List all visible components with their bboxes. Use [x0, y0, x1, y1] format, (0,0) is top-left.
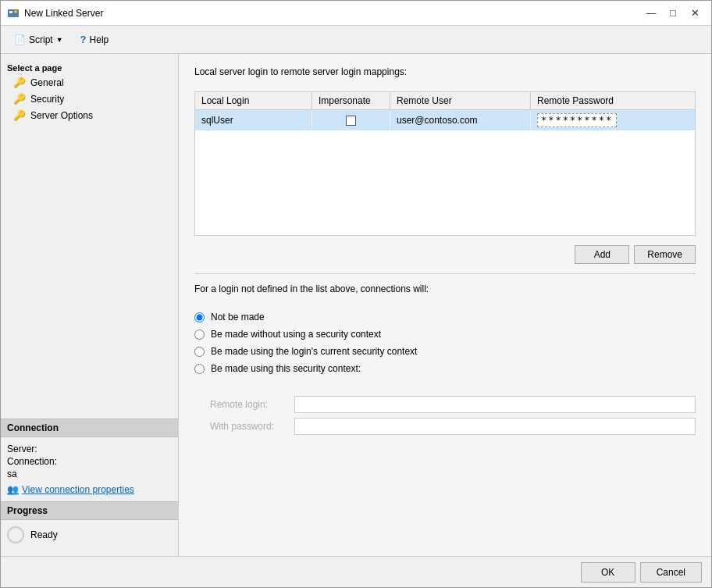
remote-password-value: ********** [537, 113, 617, 127]
cell-remote-password: ********** [531, 110, 695, 130]
remote-fields: Remote login: With password: [194, 396, 696, 435]
with-password-label: With password: [210, 421, 288, 432]
key-icon-server-options: 🔑 [13, 109, 26, 121]
key-icon-general: 🔑 [13, 77, 26, 88]
progress-row: Ready [7, 526, 172, 543]
sidebar-item-server-options[interactable]: 🔑 Server Options [1, 107, 178, 123]
connection-value: sa [7, 469, 17, 479]
close-button[interactable]: ✕ [685, 3, 705, 23]
remote-login-input[interactable] [294, 396, 696, 413]
for-login-label: For a login not defined in the list abov… [194, 283, 696, 294]
cell-local-login: sqlUser [195, 110, 312, 130]
radio-not-be-made[interactable]: Not be made [194, 312, 696, 323]
radio-not-be-made-input[interactable] [194, 312, 205, 323]
script-label: Script [29, 34, 53, 45]
radio-not-be-made-label: Not be made [211, 312, 265, 323]
script-icon: 📄 [14, 34, 26, 45]
table-action-buttons: Add Remove [194, 245, 696, 264]
with-password-row: With password: [210, 418, 696, 435]
svg-rect-1 [9, 11, 12, 13]
title-bar: New Linked Server — □ ✕ [1, 1, 711, 26]
cell-remote-user: user@contoso.com [390, 110, 531, 130]
login-mappings-table: Local Login Impersonate Remote User Remo… [194, 91, 696, 236]
radio-current-context[interactable]: Be made using the login's current securi… [194, 346, 696, 357]
radio-current-context-label: Be made using the login's current securi… [211, 346, 417, 357]
table-row[interactable]: sqlUser user@contoso.com ********** [195, 110, 695, 130]
col-remote-password: Remote Password [531, 92, 695, 109]
minimize-button[interactable]: — [641, 3, 661, 23]
script-button[interactable]: 📄 Script ▼ [7, 31, 70, 48]
with-password-input[interactable] [294, 418, 696, 435]
radio-without-security[interactable]: Be made without using a security context [194, 329, 696, 340]
connection-options-group: Not be made Be made without using a secu… [194, 312, 696, 374]
radio-without-security-label: Be made without using a security context [211, 329, 381, 340]
view-connection-icon: 👥 [7, 484, 19, 495]
divider [194, 273, 696, 274]
footer: OK Cancel [1, 556, 711, 587]
sidebar-bottom: Connection Server: Connection: sa 👥 View… [1, 419, 178, 550]
select-page-title: Select a page [1, 60, 178, 74]
local-login-value: sqlUser [201, 115, 233, 126]
table-header: Local Login Impersonate Remote User Remo… [195, 92, 695, 110]
sidebar-server-options-label: Server Options [30, 110, 93, 121]
radio-without-security-input[interactable] [194, 330, 205, 340]
toolbar: 📄 Script ▼ ? Help [1, 26, 711, 54]
sidebar-security-label: Security [30, 94, 64, 105]
maximize-button[interactable]: □ [663, 3, 683, 23]
progress-status: Ready [30, 529, 58, 540]
window: New Linked Server — □ ✕ 📄 Script ▼ ? Hel… [0, 0, 712, 588]
connection-row: Connection: [7, 456, 172, 467]
table-body: sqlUser user@contoso.com ********** [195, 110, 695, 235]
sidebar-general-label: General [30, 77, 64, 88]
ok-button[interactable]: OK [581, 562, 635, 583]
view-link-label: View connection properties [22, 484, 134, 495]
key-icon-security: 🔑 [13, 93, 26, 105]
script-dropdown-icon[interactable]: ▼ [56, 36, 63, 44]
sidebar: Select a page 🔑 General 🔑 Security 🔑 Ser… [1, 54, 179, 556]
cell-impersonate[interactable] [312, 110, 390, 130]
progress-title: Progress [7, 505, 48, 516]
server-row: Server: [7, 444, 172, 454]
col-remote-user: Remote User [390, 92, 531, 109]
help-icon: ? [80, 34, 87, 45]
connection-value-row: sa [7, 469, 172, 479]
impersonate-checkbox[interactable] [346, 116, 356, 126]
col-local-login: Local Login [195, 92, 312, 109]
connection-label: Connection: [7, 456, 57, 467]
remote-login-label: Remote login: [210, 399, 288, 410]
progress-section: Ready [1, 520, 178, 550]
help-button[interactable]: ? Help [73, 30, 116, 48]
sidebar-item-general[interactable]: 🔑 General [1, 74, 178, 91]
radio-this-context-label: Be made using this security context: [211, 363, 361, 374]
remote-login-row: Remote login: [210, 396, 696, 413]
remote-user-value: user@contoso.com [397, 115, 478, 126]
server-label: Server: [7, 444, 37, 454]
sidebar-item-security[interactable]: 🔑 Security [1, 91, 178, 107]
svg-point-2 [14, 10, 17, 13]
radio-this-context-input[interactable] [194, 364, 205, 374]
remove-button[interactable]: Remove [634, 245, 696, 264]
radio-this-context[interactable]: Be made using this security context: [194, 363, 696, 374]
progress-section-header: Progress [1, 501, 178, 520]
connection-title: Connection [7, 422, 59, 433]
window-controls: — □ ✕ [641, 3, 705, 23]
content-area: Local server login to remote server logi… [179, 54, 711, 556]
connection-section: Server: Connection: sa 👥 View connection… [1, 437, 178, 501]
main-content: Select a page 🔑 General 🔑 Security 🔑 Ser… [1, 54, 711, 556]
view-connection-link[interactable]: 👥 View connection properties [7, 484, 172, 495]
progress-spinner [7, 526, 24, 543]
connection-section-header: Connection [1, 419, 178, 437]
cancel-button[interactable]: Cancel [640, 562, 702, 583]
app-icon [7, 7, 20, 20]
add-button[interactable]: Add [575, 245, 629, 264]
help-label: Help [90, 34, 109, 45]
window-title: New Linked Server [24, 8, 641, 19]
login-mappings-label: Local server login to remote server logi… [194, 66, 696, 77]
radio-current-context-input[interactable] [194, 347, 205, 357]
col-impersonate: Impersonate [312, 92, 390, 109]
